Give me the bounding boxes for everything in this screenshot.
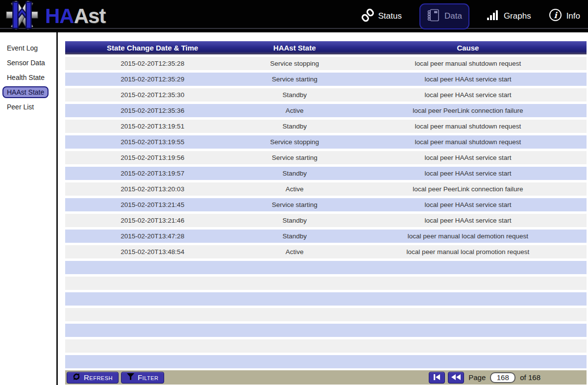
page-number-input[interactable] (490, 372, 515, 383)
table-row: 2015-02-20T13:21:45Service startinglocal… (65, 198, 587, 211)
previous-page-icon (451, 373, 461, 382)
chain-link-icon (362, 8, 374, 25)
table-cell: 2015-02-20T13:19:55 (65, 138, 240, 146)
table-row-empty (65, 277, 587, 290)
table-cell: local peer manual shutdown request (349, 123, 587, 130)
filter-button[interactable]: Filter (121, 372, 165, 384)
table-cell: local peer HAAst service start (349, 217, 587, 224)
previous-page-button[interactable] (448, 372, 464, 384)
logo-text-secondary: Ast (74, 4, 106, 27)
table-row-empty (65, 339, 587, 353)
table-cell: 2015-02-20T12:35:28 (65, 60, 240, 67)
bar-chart-icon (487, 9, 499, 24)
nav-label: Data (444, 11, 462, 21)
table-cell: Standby (240, 91, 349, 99)
nav-item-graphs[interactable]: Graphs (487, 9, 531, 24)
table-cell: 2015-02-20T12:35:29 (65, 76, 240, 83)
table-cell: local peer HAAst service start (349, 201, 587, 208)
info-circle-icon: i (549, 8, 562, 24)
table-row: 2015-02-20T13:21:46Standbylocal peer HAA… (65, 214, 587, 227)
sidebar-item-sensor-data[interactable]: Sensor Data (2, 57, 49, 69)
pagination: Page of 168 (429, 372, 585, 384)
logo-text-primary: HA (45, 4, 74, 27)
table-cell: Standby (240, 123, 349, 130)
logo-text: HAAst (45, 6, 105, 26)
table-row: 2015-02-20T13:19:55Service stoppinglocal… (65, 135, 587, 149)
nav-label: Info (566, 11, 580, 21)
table-cell: 2015-02-20T13:21:45 (65, 201, 240, 208)
page-total-label: of 168 (520, 373, 540, 382)
table-cell: 2015-02-20T12:35:30 (65, 91, 240, 99)
table-cell: 2015-02-20T13:21:46 (65, 217, 240, 224)
table-row: 2015-02-20T12:35:29Service startinglocal… (65, 73, 587, 86)
nav-label: Graphs (504, 11, 531, 21)
sidebar-divider (56, 32, 58, 385)
table-cell: 2015-02-20T13:19:56 (65, 154, 240, 161)
nav-label: Status (378, 11, 402, 21)
table-cell: Standby (240, 217, 349, 224)
table-cell: 2015-02-20T13:19:51 (65, 123, 240, 130)
table-cell: 2015-02-20T13:47:28 (65, 232, 240, 240)
main-nav: Status Data (362, 3, 588, 29)
table-row-empty (65, 355, 587, 368)
table-cell: local peer manual local demotion request (349, 232, 587, 240)
column-header-haast-state: HAAst State (240, 44, 349, 52)
nav-item-info[interactable]: i Info (549, 8, 580, 24)
table-cell: local peer HAAst service start (349, 91, 587, 99)
footer-toolbar: Refresh Filter (65, 370, 587, 385)
first-page-button[interactable] (429, 372, 445, 384)
notebook-icon (427, 8, 440, 25)
table-cell: Active (240, 107, 349, 114)
table-header-row: State Change Date & Time HAAst State Cau… (65, 41, 587, 54)
table-row-empty (65, 261, 587, 274)
sidebar: Event Log Sensor Data Health State HAAst… (0, 32, 56, 113)
app-logo: HAAst (0, 1, 105, 31)
table-row: 2015-02-20T13:19:56Service startinglocal… (65, 151, 587, 164)
page-label: Page (468, 373, 486, 382)
table-row: 2015-02-20T13:20:03Activelocal peer Peer… (65, 182, 587, 196)
column-header-date-time: State Change Date & Time (65, 44, 240, 52)
table-cell: local peer HAAst service start (349, 170, 587, 177)
table-cell: Active (240, 248, 349, 256)
table-row: 2015-02-20T13:19:57Standbylocal peer HAA… (65, 167, 587, 180)
table-cell: 2015-02-20T13:19:57 (65, 170, 240, 177)
table-cell: local peer PeerLink connection failure (349, 185, 587, 193)
sidebar-item-health-state[interactable]: Health State (2, 72, 49, 83)
table-cell: 2015-02-20T12:35:36 (65, 107, 240, 114)
asterisk-logo-icon (4, 1, 40, 31)
filter-button-label: Filter (138, 373, 159, 382)
nav-item-data[interactable]: Data (419, 3, 469, 29)
main-content: State Change Date & Time HAAst State Cau… (65, 32, 587, 385)
table-cell: Service stopping (240, 138, 349, 146)
table-cell: Service starting (240, 76, 349, 83)
table-row: 2015-02-20T12:35:30Standbylocal peer HAA… (65, 88, 587, 102)
top-bar: HAAst Status D (0, 0, 588, 32)
table-cell: Service starting (240, 154, 349, 161)
table-cell: local peer HAAst service start (349, 76, 587, 83)
table-row: 2015-02-20T12:35:36Activelocal peer Peer… (65, 104, 587, 117)
svg-text:i: i (554, 10, 558, 20)
sidebar-item-event-log[interactable]: Event Log (2, 42, 42, 54)
column-header-cause: Cause (349, 44, 587, 52)
refresh-button-label: Refresh (84, 373, 113, 382)
table-body: 2015-02-20T12:35:28Service stoppinglocal… (65, 57, 587, 368)
sidebar-item-peer-list[interactable]: Peer List (2, 101, 38, 113)
sidebar-item-haast-state[interactable]: HAAst State (2, 86, 49, 98)
table-cell: local peer manual shutdown request (349, 60, 587, 67)
table-cell: Active (240, 185, 349, 193)
table-cell: local peer HAAst service start (349, 154, 587, 161)
refresh-button[interactable]: Refresh (67, 372, 119, 384)
table-cell: local peer PeerLink connection failure (349, 107, 587, 114)
table-row-empty (65, 324, 587, 337)
table-row-empty (65, 292, 587, 306)
table-cell: Standby (240, 232, 349, 240)
refresh-icon (73, 373, 80, 382)
table-cell: Service stopping (240, 60, 349, 67)
table-cell: local peer manual local promotion reques… (349, 248, 587, 256)
nav-item-status[interactable]: Status (362, 8, 402, 25)
table-row: 2015-02-20T13:47:28Standbylocal peer man… (65, 230, 587, 243)
first-page-icon (433, 373, 441, 382)
table-cell: 2015-02-20T13:48:54 (65, 248, 240, 256)
table-row-empty (65, 308, 587, 321)
filter-funnel-icon (127, 373, 134, 382)
